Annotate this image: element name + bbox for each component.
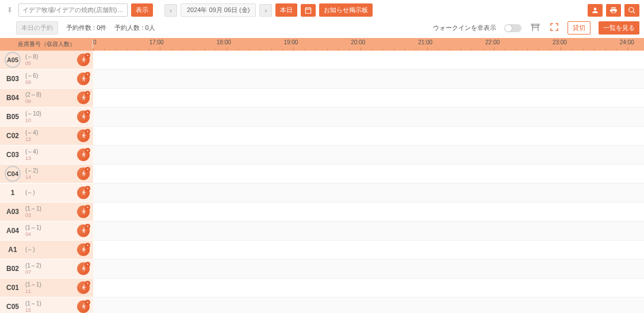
seat-capacity: (～) <box>25 246 35 253</box>
breadcrumb[interactable]: イデア牧場/イデアの焼肉(店舗割)/イデ <box>18 3 128 17</box>
time-header: 0017:0018:0019:0020:0021:0022:0023:0024:… <box>93 38 644 51</box>
seat-sub: 08 <box>25 79 38 85</box>
seat-id: B05 <box>0 113 25 121</box>
add-walkin-button[interactable] <box>77 205 90 218</box>
secondbar: 本日の予約 予約件数 : 0件 予約人数 : 0人 ウォークインを非表示 貸切 … <box>0 20 644 38</box>
seat-sub: 13 <box>25 155 38 161</box>
add-walkin-button[interactable] <box>77 167 90 180</box>
seat-row: B02(1～2)07 <box>0 259 93 278</box>
torii-icon[interactable] <box>530 22 541 33</box>
seat-id: C05 <box>0 303 25 311</box>
grid-row[interactable] <box>93 222 644 241</box>
seat-capacity: (1～2) <box>25 262 41 269</box>
time-label: 21:00 <box>418 39 432 45</box>
add-walkin-button[interactable] <box>77 243 90 256</box>
walkin-toggle[interactable] <box>504 24 522 32</box>
seat-id: A03 <box>0 208 25 216</box>
seat-capacity: (1～1) <box>25 224 41 231</box>
reservation-count: 予約件数 : 0件 <box>66 24 106 32</box>
reservation-people: 予約人数 : 0人 <box>114 24 155 32</box>
add-walkin-button[interactable] <box>77 224 90 237</box>
seat-id: 1 <box>0 189 25 197</box>
seat-capacity: (1～1) <box>25 300 41 307</box>
seat-id: C04 <box>5 166 21 182</box>
add-walkin-button[interactable] <box>77 186 90 199</box>
seat-row: A04(1～1)04 <box>0 222 93 241</box>
seat-capacity: (～10) <box>25 110 41 117</box>
search-icon[interactable] <box>624 4 639 17</box>
grid-row[interactable] <box>93 278 644 297</box>
grid-row[interactable] <box>93 241 644 259</box>
seat-column: A05(～8)05B03(～6)08B04(2～8)09B05(～10)10C0… <box>0 51 93 313</box>
seat-capacity: (1～1) <box>25 205 41 212</box>
seat-row: A05(～8)05 <box>0 51 93 70</box>
grid-row[interactable] <box>93 165 644 184</box>
grid-row[interactable] <box>93 146 644 165</box>
add-walkin-button[interactable] <box>77 54 90 66</box>
time-label: 18:00 <box>217 39 231 45</box>
date-display[interactable]: 2024年 09月 06日 (金) <box>181 3 256 17</box>
time-label: 17:00 <box>150 39 164 45</box>
today-button[interactable]: 本日 <box>275 3 297 17</box>
seat-capacity: (2～8) <box>25 91 41 98</box>
fullscreen-icon[interactable] <box>549 22 559 35</box>
seat-capacity: (～) <box>25 189 35 196</box>
time-label: 20:00 <box>351 39 365 45</box>
add-walkin-button[interactable] <box>77 72 90 85</box>
add-walkin-button[interactable] <box>77 262 90 275</box>
today-reservations-button[interactable]: 本日の予約 <box>16 21 58 35</box>
add-walkin-button[interactable] <box>77 281 90 294</box>
seat-sub: 04 <box>25 231 41 237</box>
show-button[interactable]: 表示 <box>131 3 153 17</box>
seat-row: C02(～4)12 <box>0 127 93 146</box>
grid-row[interactable] <box>93 203 644 222</box>
seat-row: C05(1～1)15 <box>0 297 93 313</box>
add-walkin-button[interactable] <box>77 129 90 142</box>
seat-id: C02 <box>0 132 25 140</box>
date-next-button[interactable]: › <box>259 4 272 17</box>
grid-row[interactable] <box>93 108 644 127</box>
seat-sub: 05 <box>25 60 38 66</box>
view-list-button[interactable]: 一覧を見る <box>599 21 639 35</box>
add-walkin-button[interactable] <box>77 300 90 313</box>
grid-body <box>93 51 644 313</box>
add-walkin-button[interactable] <box>77 110 90 123</box>
grid-row[interactable] <box>93 297 644 313</box>
seat-capacity: (1～1) <box>25 281 41 288</box>
seat-capacity: (～4) <box>25 148 38 155</box>
grid-row[interactable] <box>93 70 644 89</box>
seat-row: B04(2～8)09 <box>0 89 93 108</box>
rent-button[interactable]: 貸切 <box>568 21 591 35</box>
grid-row[interactable] <box>93 51 644 70</box>
seat-row: C01(1～1)11 <box>0 278 93 297</box>
seat-sub: 10 <box>25 117 41 123</box>
seat-row: B03(～6)08 <box>0 70 93 89</box>
seat-sub: 11 <box>25 288 41 294</box>
user-icon[interactable] <box>588 4 603 17</box>
time-label: 22:00 <box>485 39 500 45</box>
add-walkin-button[interactable] <box>77 91 90 104</box>
grid-row[interactable] <box>93 127 644 146</box>
date-prev-button[interactable]: ‹ <box>164 4 177 17</box>
seat-capacity: (～2) <box>25 167 38 174</box>
calendar-icon[interactable] <box>301 4 316 17</box>
notice-board-button[interactable]: お知らせ掲示板 <box>319 3 373 17</box>
seat-header-label: 座席番号（収容人数） <box>0 40 93 48</box>
time-label: 24:00 <box>620 39 634 45</box>
seat-sub: 09 <box>25 98 41 104</box>
seat-capacity: (～8) <box>25 54 38 60</box>
grid-row[interactable] <box>93 89 644 108</box>
print-icon[interactable] <box>606 4 621 17</box>
time-label: 00 <box>93 39 97 45</box>
grid-row[interactable] <box>93 184 644 203</box>
add-walkin-button[interactable] <box>77 148 90 161</box>
time-label: 19:00 <box>283 39 298 45</box>
pin-icon[interactable] <box>5 5 15 16</box>
seat-id: C01 <box>0 284 25 292</box>
seat-sub: 15 <box>25 307 41 313</box>
seat-sub: 03 <box>25 212 41 218</box>
grid-row[interactable] <box>93 259 644 278</box>
seat-id: C03 <box>0 151 25 159</box>
seat-row: 1(～) <box>0 184 93 203</box>
walkin-toggle-label: ウォークインを非表示 <box>433 24 496 32</box>
